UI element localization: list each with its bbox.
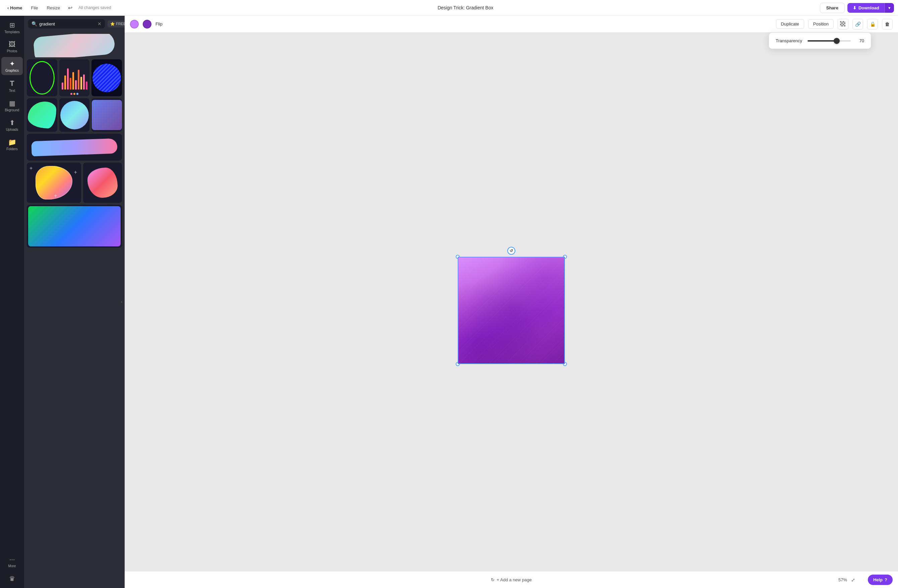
results-row-3 <box>27 98 122 132</box>
file-button[interactable]: File <box>28 4 41 12</box>
gradient-rect-graphic <box>28 206 121 246</box>
templates-icon: ⊞ <box>9 21 15 29</box>
sidebar-item-photos[interactable]: 🖼 Photos <box>2 38 23 55</box>
canvas-workspace[interactable]: ↺ <box>125 32 449 294</box>
circle-gradient-graphic <box>60 101 89 129</box>
graphic-square-gradient[interactable] <box>91 98 122 132</box>
resize-button[interactable]: Resize <box>43 4 63 12</box>
oval-outline-graphic <box>29 61 55 94</box>
sidebar-item-text[interactable]: T Text <box>2 77 23 95</box>
results-row-4 <box>27 134 122 160</box>
sidebar-item-graphics[interactable]: ✦ Graphics <box>2 57 23 75</box>
sidebar-item-label: Folders <box>6 147 17 151</box>
document-title: Design Trick: Gradient Box <box>114 5 449 11</box>
clear-search-button[interactable]: ✕ <box>97 21 101 26</box>
sidebar-item-label: Bkground <box>5 108 20 112</box>
background-icon: ▦ <box>9 99 15 107</box>
music-bars-graphic <box>62 66 88 89</box>
graphic-gradient-rect[interactable] <box>27 205 122 248</box>
color-swatch-2[interactable] <box>143 20 151 29</box>
graphic-striped-circle[interactable] <box>91 59 122 96</box>
star-icon: ⭐ <box>110 22 115 26</box>
sidebar-item-folders[interactable]: 📁 Folders <box>2 135 23 154</box>
topbar-left: ‹ Home File Resize ↩ All changes saved <box>4 3 111 13</box>
free-label: FREE <box>116 22 125 26</box>
home-label: Home <box>10 5 22 11</box>
search-input-wrap: 🔍 ✕ <box>28 19 105 29</box>
sidebar-item-label: Photos <box>7 49 17 53</box>
canvas-area: Flip Duplicate Position <box>125 16 449 294</box>
sidebar-item-label: Templates <box>5 30 20 34</box>
sidebar: ⊞ Templates 🖼 Photos ✦ Graphics T Text ▦… <box>0 16 24 294</box>
graphic-blob-peach[interactable] <box>83 163 122 203</box>
sidebar-item-label: Uploads <box>6 128 18 131</box>
results-row-2 <box>27 59 122 96</box>
graphic-brush-stroke-2[interactable] <box>27 134 122 160</box>
chevron-left-icon: ‹ <box>8 5 9 11</box>
sidebar-item-background[interactable]: ▦ Bkground <box>2 97 23 115</box>
auto-save-status: All changes saved <box>78 5 111 10</box>
canvas-inner: Flip Duplicate Position <box>125 16 449 294</box>
results-row-1 <box>27 34 122 57</box>
free-filter-badge[interactable]: ⭐ FREE <box>108 20 125 28</box>
home-button[interactable]: ‹ Home <box>4 4 25 12</box>
search-input[interactable] <box>39 22 95 26</box>
flip-button[interactable]: Flip <box>155 22 163 26</box>
sidebar-item-label: Graphics <box>5 69 19 72</box>
graphic-blob-teal[interactable] <box>27 98 57 132</box>
photos-icon: 🖼 <box>9 40 15 48</box>
sidebar-item-templates[interactable]: ⊞ Templates <box>2 18 23 37</box>
results-row-5: + + + <box>27 163 122 203</box>
color-swatch-1[interactable] <box>130 20 139 29</box>
sidebar-item-uploads[interactable]: ⬆ Uploads <box>2 116 23 134</box>
canvas-toolbar: Flip Duplicate Position <box>125 16 449 32</box>
folders-icon: 📁 <box>8 138 17 146</box>
uploads-icon: ⬆ <box>9 119 15 127</box>
graphic-oval-outline[interactable] <box>27 59 57 96</box>
brush-stroke-2-graphic <box>31 138 117 156</box>
text-icon: T <box>10 79 14 88</box>
results-row-6 <box>27 205 122 248</box>
search-bar: 🔍 ✕ ⭐ FREE <box>24 16 125 32</box>
search-icon: 🔍 <box>31 21 37 26</box>
undo-button[interactable]: ↩ <box>65 3 75 13</box>
graphic-blob-complex[interactable]: + + + <box>27 163 81 203</box>
graphic-circle-gradient[interactable] <box>59 98 90 132</box>
search-results: + + + <box>24 32 125 294</box>
sidebar-item-label: Text <box>9 89 15 92</box>
striped-circle-graphic <box>92 64 121 92</box>
graphic-music-bars[interactable] <box>59 59 90 96</box>
brush-stroke-graphic <box>33 34 116 57</box>
blob-peach-graphic <box>88 168 118 198</box>
blob-teal-graphic <box>28 102 56 128</box>
graphic-brush-stroke-1[interactable] <box>27 34 122 57</box>
square-gradient-graphic <box>92 100 122 130</box>
graphics-icon: ✦ <box>9 60 15 68</box>
topbar: ‹ Home File Resize ↩ All changes saved D… <box>0 0 449 16</box>
search-panel: 🔍 ✕ ⭐ FREE <box>24 16 125 294</box>
